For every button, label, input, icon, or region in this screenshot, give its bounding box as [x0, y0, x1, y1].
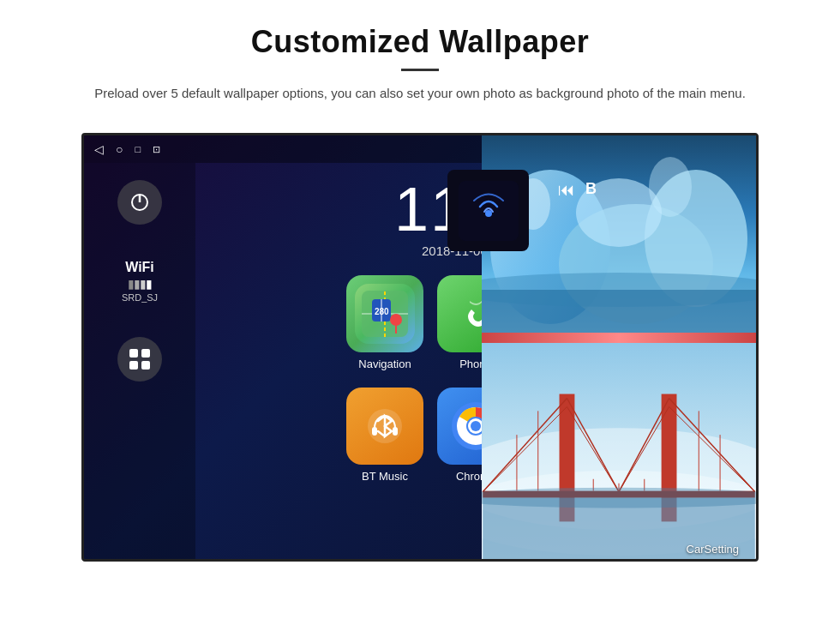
svg-rect-14: [372, 427, 377, 436]
svg-text:280: 280: [375, 307, 389, 316]
radio-widget[interactable]: [447, 170, 529, 251]
radio-svg: [459, 181, 519, 241]
bt-music-app-label: BT Music: [362, 470, 408, 483]
page-header: Customized Wallpaper Preload over 5 defa…: [0, 0, 840, 117]
media-controls: ⏮ B: [558, 180, 597, 200]
status-bar-left: ◁ ○ □ ⊡: [94, 142, 160, 156]
main-content: WiFi ▮▮▮▮ SRD_SJ: [84, 163, 756, 559]
bridge-svg: [482, 343, 756, 562]
home-button[interactable]: ○: [116, 142, 123, 156]
navigation-app-wrapper[interactable]: 280 Navigation: [346, 275, 423, 370]
wallpaper-bridge: CarSetting: [482, 343, 756, 562]
left-sidebar: WiFi ▮▮▮▮ SRD_SJ: [84, 163, 195, 559]
title-divider: [401, 69, 439, 71]
recents-button[interactable]: □: [135, 144, 141, 154]
apps-grid-button[interactable]: [117, 337, 162, 382]
wifi-bars: ▮▮▮▮: [122, 277, 158, 291]
svg-rect-15: [393, 427, 398, 436]
device-wrapper: ◁ ○ □ ⊡ 📍 ▾ 11:22: [0, 117, 840, 562]
power-icon: [129, 192, 150, 213]
svg-point-36: [649, 157, 692, 217]
grid-dot: [129, 349, 138, 358]
grid-dot: [141, 349, 150, 358]
navigation-app-label: Navigation: [358, 358, 411, 370]
svg-point-63: [485, 210, 492, 217]
svg-point-38: [482, 273, 756, 307]
wifi-ssid: SRD_SJ: [122, 292, 158, 303]
wifi-info: WiFi ▮▮▮▮ SRD_SJ: [122, 259, 158, 303]
bt-music-app-wrapper[interactable]: BT Music: [346, 388, 423, 483]
wallpaper-mid-strip: [482, 333, 756, 343]
bt-music-app-icon: [346, 388, 423, 465]
grid-dot: [141, 361, 150, 370]
apps-grid-icon: [129, 349, 150, 370]
page-description: Preload over 5 default wallpaper options…: [94, 83, 746, 104]
wifi-label: WiFi: [122, 259, 158, 275]
navigation-svg: 280: [355, 284, 415, 344]
grid-dot: [129, 361, 138, 370]
navigation-app-icon: 280: [346, 275, 423, 352]
bt-svg: [363, 404, 407, 448]
svg-point-61: [482, 488, 756, 508]
prev-track-button[interactable]: ⏮: [558, 180, 575, 200]
page-title: Customized Wallpaper: [51, 24, 789, 60]
svg-point-20: [471, 421, 481, 431]
carsetting-label: CarSetting: [687, 543, 739, 556]
svg-point-6: [390, 314, 402, 326]
android-screen: ◁ ○ □ ⊡ 📍 ▾ 11:22: [81, 133, 759, 562]
next-label: B: [585, 180, 597, 200]
back-button[interactable]: ◁: [94, 142, 104, 156]
power-button[interactable]: [117, 180, 162, 225]
screenshot-button[interactable]: ⊡: [153, 144, 160, 155]
